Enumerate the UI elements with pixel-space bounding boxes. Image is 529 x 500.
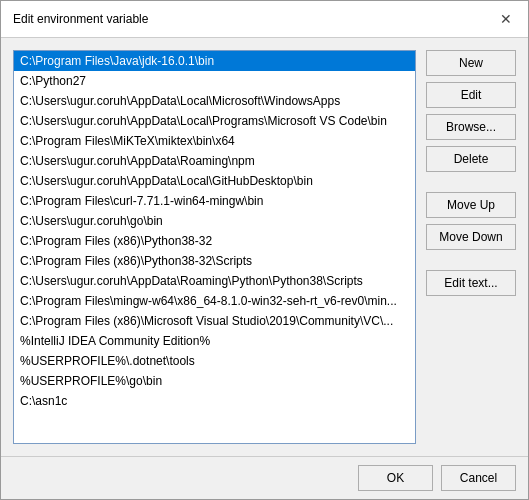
env-var-list[interactable]: C:\Program Files\Java\jdk-16.0.1\binC:\P… xyxy=(13,50,416,444)
new-button[interactable]: New xyxy=(426,50,516,76)
list-item[interactable]: C:\asn1c xyxy=(14,391,415,411)
list-item[interactable]: C:\Program Files\mingw-w64\x86_64-8.1.0-… xyxy=(14,291,415,311)
list-item[interactable]: C:\Program Files (x86)\Python38-32 xyxy=(14,231,415,251)
list-item[interactable]: C:\Program Files (x86)\Python38-32\Scrip… xyxy=(14,251,415,271)
list-item[interactable]: C:\Users\ugur.coruh\AppData\Roaming\Pyth… xyxy=(14,271,415,291)
dialog-content: C:\Program Files\Java\jdk-16.0.1\binC:\P… xyxy=(1,38,528,456)
list-item[interactable]: %IntelliJ IDEA Community Edition% xyxy=(14,331,415,351)
move-up-button[interactable]: Move Up xyxy=(426,192,516,218)
move-down-button[interactable]: Move Down xyxy=(426,224,516,250)
list-item[interactable]: C:\Users\ugur.coruh\go\bin xyxy=(14,211,415,231)
action-buttons-panel: New Edit Browse... Delete Move Up Move D… xyxy=(426,50,516,444)
edit-button[interactable]: Edit xyxy=(426,82,516,108)
edit-text-button[interactable]: Edit text... xyxy=(426,270,516,296)
title-bar: Edit environment variable ✕ xyxy=(1,1,528,38)
list-item[interactable]: C:\Users\ugur.coruh\AppData\Roaming\npm xyxy=(14,151,415,171)
list-item[interactable]: C:\Program Files\Java\jdk-16.0.1\bin xyxy=(14,51,415,71)
edit-env-var-dialog: Edit environment variable ✕ C:\Program F… xyxy=(0,0,529,500)
delete-button[interactable]: Delete xyxy=(426,146,516,172)
list-item[interactable]: C:\Users\ugur.coruh\AppData\Local\Progra… xyxy=(14,111,415,131)
browse-button[interactable]: Browse... xyxy=(426,114,516,140)
list-item[interactable]: C:\Users\ugur.coruh\AppData\Local\Micros… xyxy=(14,91,415,111)
list-item[interactable]: C:\Python27 xyxy=(14,71,415,91)
ok-button[interactable]: OK xyxy=(358,465,433,491)
list-item[interactable]: C:\Program Files\curl-7.71.1-win64-mingw… xyxy=(14,191,415,211)
dialog-footer: OK Cancel xyxy=(1,456,528,499)
list-item[interactable]: C:\Users\ugur.coruh\AppData\Local\GitHub… xyxy=(14,171,415,191)
list-item[interactable]: C:\Program Files (x86)\Microsoft Visual … xyxy=(14,311,415,331)
list-item[interactable]: %USERPROFILE%\.dotnet\tools xyxy=(14,351,415,371)
dialog-title: Edit environment variable xyxy=(13,12,148,26)
close-button[interactable]: ✕ xyxy=(496,9,516,29)
list-item[interactable]: %USERPROFILE%\go\bin xyxy=(14,371,415,391)
cancel-button[interactable]: Cancel xyxy=(441,465,516,491)
list-item[interactable]: C:\Program Files\MiKTeX\miktex\bin\x64 xyxy=(14,131,415,151)
